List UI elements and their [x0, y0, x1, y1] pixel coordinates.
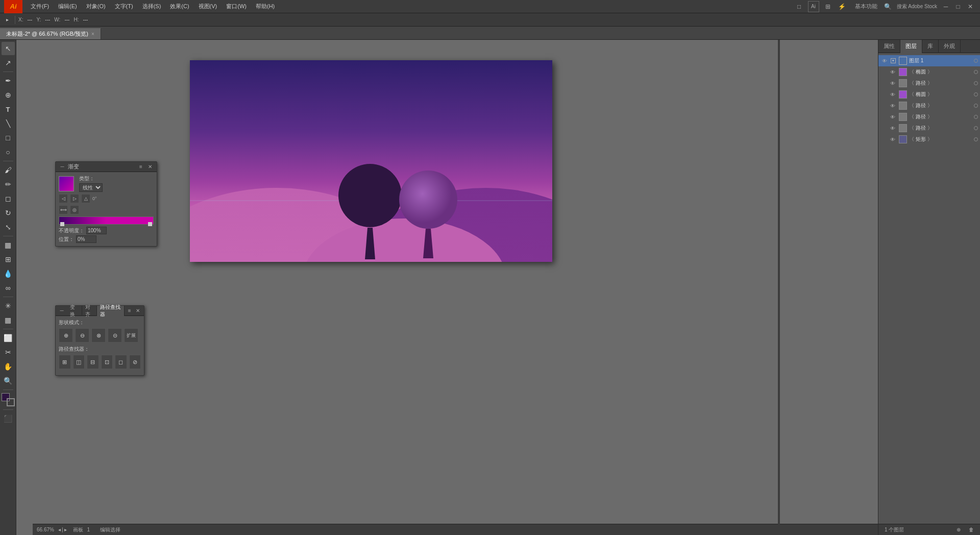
delete-layer-btn[interactable]: 🗑 [965, 524, 978, 536]
tab-align[interactable]: 对齐 [82, 306, 97, 316]
minus-back-btn[interactable]: ⊘ [129, 355, 141, 369]
zoom-down-btn[interactable]: ◂ [58, 527, 61, 532]
layer3-circle[interactable] [974, 92, 978, 96]
crop-btn[interactable]: ⊡ [101, 355, 113, 369]
panel-resize-handle[interactable] [778, 40, 780, 535]
gradient-radial-btn[interactable]: ◎ [70, 205, 79, 214]
menu-help[interactable]: 帮助(H) [252, 0, 279, 13]
gradient-panel-close[interactable]: ✕ [146, 163, 154, 171]
layer6-circle[interactable] [974, 126, 978, 130]
change-screen-mode[interactable]: ⬛ [2, 412, 15, 425]
unite-btn[interactable]: ⊕ [59, 328, 73, 343]
tab-library[interactable]: 库 [922, 40, 939, 53]
stroke-color[interactable] [7, 398, 15, 406]
gradient-angle-right[interactable]: ▷ [70, 194, 79, 203]
pathfinder-panel-header[interactable]: ─ 变换 对齐 路径查找器 ≡ ✕ [56, 306, 144, 316]
rotate-tool[interactable]: ↻ [2, 206, 15, 220]
toolbar-icon-3[interactable]: ⊞ [822, 1, 834, 12]
menu-text[interactable]: 文字(T) [111, 0, 137, 13]
gradient-angle-left[interactable]: ◁ [59, 194, 68, 203]
pathfinder-close[interactable]: ✕ [135, 307, 141, 314]
gradient-stop-right[interactable] [148, 222, 152, 226]
new-layer-btn[interactable]: ⊕ [952, 524, 965, 536]
select-tool[interactable]: ↖ [2, 42, 15, 55]
minimize-icon[interactable]: ─ [940, 1, 951, 12]
toolbar-icon-4[interactable]: ⚡ [837, 1, 848, 12]
trim-btn[interactable]: ◫ [73, 355, 85, 369]
gradient-position-input[interactable] [76, 235, 96, 243]
divide-btn[interactable]: ⊞ [59, 355, 71, 369]
gradient-stop-left[interactable] [60, 222, 64, 226]
gradient-type-select[interactable]: 线性 径向 [79, 183, 103, 192]
merge-btn[interactable]: ⊟ [87, 355, 99, 369]
gradient-panel-collapse[interactable]: ─ [59, 163, 66, 171]
layer-group-row[interactable]: 👁 ▾ 图层 1 [878, 55, 980, 66]
layer-row-3[interactable]: 👁 〈 椭圆 〉 [878, 89, 980, 100]
menu-edit[interactable]: 编辑(E) [54, 0, 81, 13]
document-tab[interactable]: 未标题-2* @ 66.67% (RGB/预览) × [0, 28, 101, 39]
layer7-circle[interactable] [974, 137, 978, 141]
type-tool[interactable]: T [2, 103, 15, 116]
layer-row-6[interactable]: 👁 〈 路径 〉 [878, 123, 980, 134]
zoom-up-btn[interactable]: ▸ [64, 527, 67, 532]
tab-close-btn[interactable]: × [91, 31, 94, 37]
pen-tool[interactable]: ✒ [2, 74, 15, 87]
zoom-tool[interactable]: 🔍 [2, 374, 15, 387]
layer4-eye[interactable]: 👁 [889, 102, 897, 110]
artboard-tool[interactable]: ⬜ [2, 331, 15, 345]
tab-properties[interactable]: 属性 [878, 40, 900, 53]
line-tool[interactable]: ╲ [2, 117, 15, 130]
blend-tool[interactable]: ∞ [2, 281, 15, 295]
hand-tool[interactable]: ✋ [2, 360, 15, 373]
layer-expand-icon[interactable]: ▾ [891, 58, 896, 63]
mesh-tool[interactable]: ⊞ [2, 253, 15, 266]
layer1-circle[interactable] [974, 70, 978, 74]
gradient-tool[interactable]: ▦ [2, 238, 15, 252]
column-graph-tool[interactable]: ▦ [2, 313, 15, 327]
gradient-panel-header[interactable]: ─ 渐变 ≡ ✕ [56, 162, 157, 172]
gradient-reverse-btn[interactable]: ⟺ [59, 205, 68, 214]
slice-tool[interactable]: ✂ [2, 346, 15, 359]
layer5-circle[interactable] [974, 115, 978, 119]
layer7-eye[interactable]: 👁 [889, 135, 897, 143]
toolbar-icon-2[interactable]: Ai [808, 1, 819, 12]
tab-transform[interactable]: 变换 [67, 306, 82, 316]
layer4-circle[interactable] [974, 104, 978, 108]
artwork-canvas[interactable] [190, 60, 552, 262]
pathfinder-collapse[interactable]: ─ [59, 307, 65, 314]
eraser-tool[interactable]: ◻ [2, 192, 15, 205]
layer-row-4[interactable]: 👁 〈 路径 〉 [878, 100, 980, 111]
menu-file[interactable]: 文件(F) [27, 0, 53, 13]
ellipse-tool[interactable]: ○ [2, 145, 15, 159]
close-icon[interactable]: ✕ [965, 1, 976, 12]
layer3-eye[interactable]: 👁 [889, 90, 897, 99]
search-icon[interactable]: 🔍 [883, 1, 894, 12]
menu-window[interactable]: 窗口(W) [222, 0, 251, 13]
gradient-preview[interactable] [59, 176, 74, 191]
direct-select-tool[interactable]: ↗ [2, 56, 15, 69]
gradient-panel-menu[interactable]: ≡ [137, 163, 144, 171]
canvas-area[interactable]: ─ 颜色 颜色参考 ≡ ✕ ⇄ R 57 [16, 40, 878, 535]
layer1-eye[interactable]: 👁 [889, 68, 897, 76]
symbol-sprayer-tool[interactable]: ✳ [2, 299, 15, 312]
scale-tool[interactable]: ⤡ [2, 221, 15, 234]
menu-object[interactable]: 对象(O) [82, 0, 110, 13]
menu-effect[interactable]: 效果(C) [166, 0, 193, 13]
restore-icon[interactable]: □ [952, 1, 964, 12]
eyedropper-tool[interactable]: 💧 [2, 267, 15, 280]
exclude-btn[interactable]: ⊝ [108, 328, 122, 343]
gradient-icon-1[interactable]: △ [81, 194, 90, 203]
menu-view[interactable]: 视图(V) [194, 0, 222, 13]
layer2-eye[interactable]: 👁 [889, 79, 897, 87]
outline-btn[interactable]: ◻ [115, 355, 127, 369]
rect-tool[interactable]: □ [2, 131, 15, 144]
select-tool-options[interactable]: ▸ [3, 16, 12, 23]
layer-row-1[interactable]: 👁 〈 椭圆 〉 [878, 66, 980, 78]
layer5-eye[interactable]: 👁 [889, 113, 897, 121]
paintbrush-tool[interactable]: 🖌 [2, 163, 15, 177]
pathfinder-menu[interactable]: ≡ [127, 307, 133, 314]
layer-row-5[interactable]: 👁 〈 路径 〉 [878, 111, 980, 123]
menu-select[interactable]: 选择(S) [138, 0, 165, 13]
minus-front-btn[interactable]: ⊖ [75, 328, 89, 343]
pencil-tool[interactable]: ✏ [2, 178, 15, 191]
